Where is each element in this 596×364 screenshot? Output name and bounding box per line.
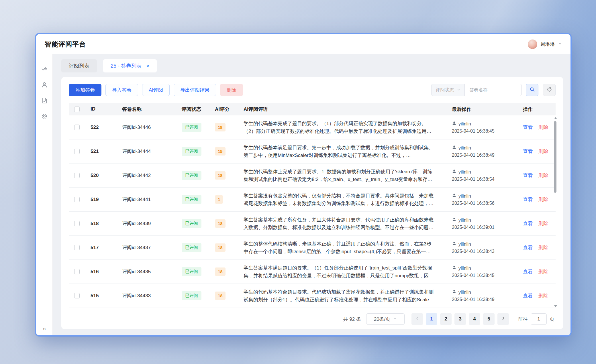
scrollbar[interactable]: [553, 117, 557, 308]
delete-link[interactable]: 删除: [538, 292, 548, 299]
page-size-select[interactable]: 20条/页: [366, 313, 405, 325]
select-all-checkbox[interactable]: [74, 107, 80, 112]
user-menu[interactable]: 易琳琳: [528, 40, 562, 49]
pager: 1 2 3 4 5: [411, 313, 509, 325]
row-name: 评阅id-34446: [116, 124, 176, 131]
view-link[interactable]: 查看: [523, 196, 533, 203]
row-comment: 学生的代码整体上完成了题目要求。1. 数据集的加载和划分正确使用了'sklear…: [238, 168, 448, 183]
row-id: 515: [85, 293, 116, 299]
page-number-button[interactable]: 3: [454, 313, 466, 325]
operation-time: 2025-04-01 16:38:49: [452, 296, 519, 303]
row-checkbox[interactable]: [74, 125, 80, 130]
sidebar-item-users[interactable]: [41, 81, 48, 88]
row-checkbox[interactable]: [74, 269, 80, 274]
row-checkbox[interactable]: [74, 245, 80, 250]
scroll-up-icon[interactable]: [554, 117, 557, 119]
sidebar-item-settings[interactable]: [41, 113, 48, 120]
next-page-button[interactable]: [497, 313, 509, 325]
delete-link[interactable]: 删除: [538, 172, 548, 179]
chevron-down-icon: [558, 42, 562, 47]
row-id: 519: [85, 197, 116, 202]
score-badge: 18: [215, 267, 226, 276]
header-actions: 操作: [519, 106, 556, 113]
goto-page-input[interactable]: [531, 313, 547, 325]
scroll-down-icon[interactable]: [554, 305, 557, 307]
row-name: 评阅id-34442: [116, 172, 176, 179]
delete-link[interactable]: 删除: [538, 244, 548, 251]
refresh-button[interactable]: [543, 84, 556, 96]
operator-name: yilinlin: [458, 144, 471, 151]
close-icon[interactable]: ×: [146, 63, 149, 69]
operation-time: 2025-04-01 16:38:54: [452, 176, 519, 183]
page-number-button[interactable]: 4: [469, 313, 480, 325]
page-unit-label: 页: [550, 316, 554, 322]
status-badge: 已评阅: [182, 123, 201, 132]
comment-text: 学生答案基本完成了所有任务，并且大体符合题目要求。代码使用了正确的库和函数来载入…: [244, 216, 435, 231]
view-link[interactable]: 查看: [523, 220, 533, 227]
row-name: 评阅id-34444: [116, 148, 176, 155]
row-id: 517: [85, 245, 116, 251]
avatar[interactable]: [528, 40, 537, 49]
delete-link[interactable]: 删除: [538, 148, 548, 155]
row-actions: 查看 删除: [519, 244, 556, 251]
row-comment: 学生的代码基本满足题目要求。第一步中，成功加载了数据，并划分成训练集和测试集。第…: [238, 144, 448, 159]
import-answer-button[interactable]: 导入答卷: [105, 84, 138, 96]
table: ID 答卷名称 评阅状态 AI评分 AI评阅评语 最后操作 操作 522 评阅i…: [69, 103, 556, 308]
search-button[interactable]: [526, 84, 538, 96]
page-number-button[interactable]: 1: [426, 313, 437, 325]
content-card: 添加答卷 导入答卷 AI评阅 导出评阅结果 删除 评阅状态: [61, 77, 563, 329]
comment-text: 学生的代码整体上完成了题目要求。1. 数据集的加载和划分正确使用了'sklear…: [244, 168, 435, 183]
view-link[interactable]: 查看: [523, 148, 533, 155]
sidebar-item-review-list[interactable]: [41, 66, 48, 72]
answer-name-input[interactable]: [464, 84, 522, 96]
gear-icon: [41, 113, 48, 120]
score-badge: 18: [215, 292, 226, 300]
add-answer-button[interactable]: 添加答卷: [69, 84, 101, 96]
delete-link[interactable]: 删除: [538, 124, 548, 131]
main-area: 评阅列表 25 - 答卷列表 × 添加答卷 导入答卷 AI评阅 导出评阅结果 删…: [53, 54, 570, 335]
row-actions: 查看 删除: [519, 196, 556, 203]
row-checkbox[interactable]: [74, 293, 80, 298]
row-comment: 学生答案基本完成了所有任务，并且大体符合题目要求。代码使用了正确的库和函数来载入…: [238, 216, 448, 231]
row-checkbox[interactable]: [74, 149, 80, 154]
prev-page-button[interactable]: [411, 313, 423, 325]
goto-page: 前往 页: [518, 313, 554, 325]
tab-label: 评阅列表: [69, 62, 89, 69]
person-icon: [452, 289, 456, 296]
tab-answer-list[interactable]: 25 - 答卷列表 ×: [103, 59, 157, 72]
table-row: 515 评阅id-34433 已评阅 18 学生的代码基本符合题目要求。代码成功…: [69, 284, 556, 308]
sidebar-collapse-icon[interactable]: »: [36, 325, 52, 332]
sidebar-item-answer-sheets[interactable]: [41, 97, 48, 104]
ai-review-button[interactable]: AI评阅: [142, 84, 170, 96]
row-checkbox[interactable]: [74, 221, 80, 226]
person-icon: [452, 217, 456, 224]
tab-review-list[interactable]: 评阅列表: [61, 59, 97, 72]
view-link[interactable]: 查看: [523, 124, 533, 131]
view-link[interactable]: 查看: [523, 244, 533, 251]
window-body: » 评阅列表 25 - 答卷列表 × 添加答卷 导入答卷 AI评阅: [36, 54, 570, 335]
row-checkbox[interactable]: [74, 173, 80, 178]
operation-time: 2025-04-01 16:38:49: [452, 151, 519, 159]
scrollbar-thumb[interactable]: [554, 121, 556, 193]
review-status-select[interactable]: 评阅状态: [431, 84, 464, 96]
view-link[interactable]: 查看: [523, 172, 533, 179]
operation-time: 2025-04-01 16:38:56: [452, 200, 519, 207]
table-row: 522 评阅id-34446 已评阅 18 学生的代码基本完成了题目的要求。（1…: [69, 115, 556, 139]
row-name: 评阅id-34435: [116, 268, 176, 275]
header-status: 评阅状态: [176, 106, 209, 113]
page-number-button[interactable]: 5: [483, 313, 495, 325]
page-number-button[interactable]: 2: [440, 313, 452, 325]
row-last-op: yilinlin 2025-04-01 16:38:43: [448, 241, 519, 255]
row-checkbox[interactable]: [74, 197, 80, 202]
view-link[interactable]: 查看: [523, 292, 533, 299]
header-last-op: 最后操作: [448, 106, 519, 113]
delete-link[interactable]: 删除: [538, 268, 548, 275]
delete-button[interactable]: 删除: [220, 84, 243, 96]
row-actions: 查看 删除: [519, 172, 556, 179]
delete-link[interactable]: 删除: [538, 196, 548, 203]
view-link[interactable]: 查看: [523, 268, 533, 275]
app-window: 智能评阅平台 易琳琳: [35, 33, 572, 337]
export-results-button[interactable]: 导出评阅结果: [174, 84, 216, 96]
comment-text: 学生的代码基本符合题目要求。代码成功加载了鸢尾花数据集，并正确进行了训练集和测试…: [244, 288, 435, 304]
delete-link[interactable]: 删除: [538, 220, 548, 227]
